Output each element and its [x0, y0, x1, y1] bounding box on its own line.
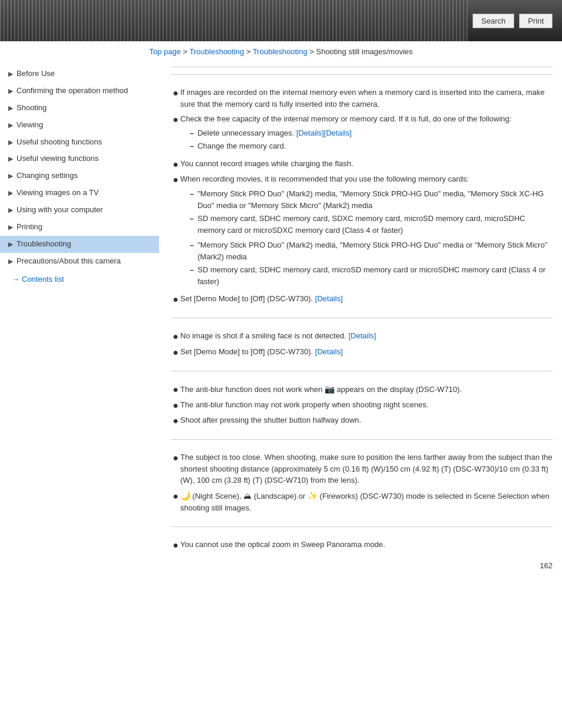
list-item: ● Check the free capacity of the interna… — [171, 113, 553, 154]
item-text: When recording movies, it is recommended… — [180, 173, 553, 290]
bullet-icon: ● — [171, 452, 180, 463]
list-item: ● Set [Demo Mode] to [Off] (DSC-W730). [… — [171, 293, 553, 305]
item-text: The subject is too close. When shooting,… — [180, 452, 553, 486]
sidebar-label: Confirming the operation method — [16, 86, 153, 96]
bullet-icon: ● — [171, 87, 180, 98]
breadcrumb-sep2: > — [244, 47, 253, 56]
breadcrumb-link2[interactable]: Troubleshooting — [253, 47, 308, 56]
sidebar-item-7[interactable]: ▶Viewing images on a TV — [0, 185, 159, 202]
sidebar-arrow: ▶ — [8, 154, 13, 163]
main-content: ● If images are recorded on the internal… — [159, 60, 562, 584]
sidebar-label: Useful viewing functions — [16, 154, 153, 164]
sub-list-movie2: – "Memory Stick PRO Duo" (Mark2) media, … — [180, 239, 553, 287]
sidebar-arrow: ▶ — [8, 223, 13, 231]
list-item: ● The subject is too close. When shootin… — [171, 452, 553, 486]
panorama-bullet-list: ● You cannot use the optical zoom in Swe… — [171, 539, 553, 551]
list-item: ● No image is shot if a smiling face is … — [171, 330, 553, 342]
item-text: If images are recorded on the internal m… — [180, 87, 553, 110]
layout: ▶Before Use▶Confirming the operation met… — [0, 60, 562, 584]
sidebar-item-1[interactable]: ▶Confirming the operation method — [0, 83, 159, 100]
sidebar-label: Useful shooting functions — [16, 137, 153, 147]
sub-item-text: "Memory Stick PRO Duo" (Mark2) media, "M… — [197, 239, 553, 262]
dash: – — [190, 188, 194, 200]
list-item: ● You cannot use the optical zoom in Swe… — [171, 539, 553, 551]
item-text: You cannot use the optical zoom in Sweep… — [180, 539, 553, 551]
demo-details-link[interactable]: [Details] — [315, 294, 343, 303]
header-pattern — [0, 0, 468, 41]
sidebar-item-2[interactable]: ▶Shooting — [0, 100, 159, 117]
sidebar-label: Using with your computer — [16, 205, 153, 215]
section-close: ● The subject is too close. When shootin… — [171, 447, 553, 519]
sidebar-item-8[interactable]: ▶Using with your computer — [0, 202, 159, 219]
item-text: Check the free capacity of the internal … — [180, 113, 553, 154]
bullet-icon: ● — [171, 415, 180, 426]
sidebar-label: Viewing — [16, 120, 153, 130]
details-link2[interactable]: [Details] — [324, 127, 352, 139]
smile-details-link[interactable]: [Details] — [348, 331, 376, 340]
sidebar-item-3[interactable]: ▶Viewing — [0, 117, 159, 134]
sidebar-item-5[interactable]: ▶Useful viewing functions — [0, 150, 159, 167]
header: Search Print — [0, 0, 562, 41]
bullet-icon: ● — [171, 294, 180, 305]
list-item: ● When recording movies, it is recommend… — [171, 173, 553, 290]
memory-bullet-list: ● If images are recorded on the internal… — [171, 87, 553, 305]
divider-5 — [171, 526, 553, 527]
bullet-icon: ● — [171, 539, 180, 551]
sidebar-item-4[interactable]: ▶Useful shooting functions — [0, 134, 159, 151]
sub-item-text: "Memory Stick PRO Duo" (Mark2) media, "M… — [197, 188, 553, 211]
sidebar-label: Viewing images on a TV — [16, 188, 153, 198]
antiblur-bullet-list: ● The anti-blur function does not work w… — [171, 383, 553, 426]
details-link[interactable]: [Details] — [296, 127, 324, 139]
list-item: ● Set [Demo Mode] to [Off] (DSC-W730). [… — [171, 346, 553, 358]
item-text: Shoot after pressing the shutter button … — [180, 414, 553, 426]
sub-item-text: Delete unnecessary images. — [197, 127, 294, 139]
breadcrumb-current: Shooting still images/movies — [316, 47, 412, 56]
sidebar-item-9[interactable]: ▶Printing — [0, 219, 159, 236]
sidebar-label: Before Use — [16, 69, 153, 79]
sidebar-arrow: ▶ — [8, 240, 13, 248]
item-text: Set [Demo Mode] to [Off] (DSC-W730). [De… — [180, 346, 553, 358]
section-smile: ● No image is shot if a smiling face is … — [171, 325, 553, 363]
dash: – — [190, 140, 194, 152]
sub-list-item: – Change the memory card. — [180, 140, 553, 152]
item-text: Set [Demo Mode] to [Off] (DSC-W730). [De… — [180, 293, 553, 305]
bullet-icon: ● — [171, 400, 180, 411]
breadcrumb-top[interactable]: Top page — [149, 47, 181, 56]
sidebar: ▶Before Use▶Confirming the operation met… — [0, 60, 159, 293]
sidebar-item-11[interactable]: ▶Precautions/About this camera — [0, 253, 159, 270]
demo2-details-link[interactable]: [Details] — [315, 347, 343, 356]
sidebar-arrow: ▶ — [8, 70, 13, 78]
list-item: ● If images are recorded on the internal… — [171, 87, 553, 110]
sidebar-arrow: ▶ — [8, 87, 13, 95]
search-button[interactable]: Search — [472, 14, 514, 28]
breadcrumb-link1[interactable]: Troubleshooting — [190, 47, 244, 56]
dash: – — [190, 239, 194, 251]
breadcrumb-sep1: > — [181, 47, 190, 56]
sub-item-text: Change the memory card. — [197, 140, 286, 152]
sub-item-text: SD memory card, SDHC memory card, SDXC m… — [197, 213, 553, 236]
sub-list-item: – SD memory card, SDHC memory card, micr… — [180, 264, 553, 287]
list-item: ● The anti-blur function does not work w… — [171, 383, 553, 396]
sub-list-item: – "Memory Stick PRO Duo" (Mark2) media, … — [180, 239, 553, 262]
section-panorama: ● You cannot use the optical zoom in Swe… — [171, 534, 553, 556]
divider-top — [171, 67, 553, 67]
bullet-icon: ● — [171, 174, 180, 185]
list-item: ● You cannot record images while chargin… — [171, 158, 553, 170]
sub-list: – Delete unnecessary images. [Details] [… — [180, 127, 553, 152]
sidebar-arrow: ▶ — [8, 138, 13, 146]
contents-list-label: Contents list — [22, 275, 64, 284]
sidebar-label: Printing — [16, 222, 153, 232]
sidebar-item-0[interactable]: ▶Before Use — [0, 65, 159, 83]
sidebar-item-6[interactable]: ▶Changing settings — [0, 167, 159, 185]
print-button[interactable]: Print — [519, 14, 553, 28]
bullet-icon: ● — [171, 114, 180, 125]
divider-3 — [171, 371, 553, 371]
divider-4 — [171, 439, 553, 440]
sidebar-item-10[interactable]: ▶Troubleshooting — [0, 236, 159, 253]
sidebar-label: Changing settings — [16, 171, 153, 181]
page-number: 162 — [171, 556, 553, 572]
sidebar-label: Shooting — [16, 103, 153, 113]
list-item: ● 🌙 (Night Scene), ⛰ (Landscape) or ✨ (F… — [171, 490, 553, 514]
contents-list-link[interactable]: → Contents list — [0, 270, 159, 287]
sidebar-arrow: ▶ — [8, 121, 13, 129]
